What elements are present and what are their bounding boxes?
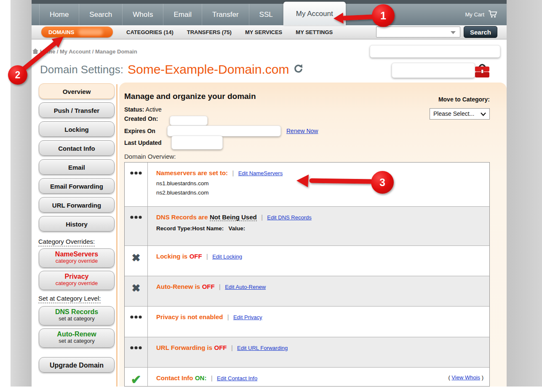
x-icon: ✖	[132, 253, 141, 276]
sidebar-item-url-forwarding[interactable]: URL Forwarding	[39, 197, 115, 213]
row-status: OFF	[190, 253, 202, 260]
row-status: Not Being Used	[210, 213, 257, 221]
nav-tab-whois[interactable]: WhoIs	[123, 4, 163, 25]
section-heading: Manage and organize your domain	[124, 92, 256, 101]
redacted-created-date	[170, 116, 208, 125]
view-whois-link[interactable]: View Whois	[451, 374, 480, 381]
x-icon: ✖	[132, 283, 141, 306]
nameserver-1: ns1.bluestardns.com	[156, 179, 482, 188]
dns-record-headers: Record Type:Host Name: Value:	[156, 224, 482, 233]
nav-tab-home[interactable]: Home	[39, 4, 79, 25]
override-subtitle: category override	[39, 258, 114, 264]
nav-tab-my-account[interactable]: My Account	[283, 2, 346, 25]
redacted-box-domain-meta	[392, 63, 475, 78]
row-status: OFF	[202, 283, 215, 290]
sidebar-item-upgrade-domain[interactable]: Upgrade Domain	[39, 357, 115, 373]
sidebar-divider	[116, 84, 117, 387]
dots-icon	[125, 307, 148, 337]
table-row-contact-info: ✔ Contact Info ON: | Edit Contact Info (…	[125, 368, 489, 386]
move-to-category-select[interactable]: Please Select...	[430, 108, 490, 120]
redacted-domains-count	[78, 29, 103, 35]
nav-tab-transfer[interactable]: Transfer	[202, 4, 249, 25]
domain-search-combobox[interactable]	[376, 27, 460, 37]
row-title: Nameservers are set to:	[156, 169, 228, 176]
redacted-updated-date	[171, 136, 223, 149]
check-icon: ✔	[131, 373, 141, 386]
move-to-category-label: Move to Category:	[430, 96, 490, 103]
set-at-category-label: Set at Category Level:	[38, 295, 101, 302]
row-title: URL Forwarding is	[156, 344, 212, 351]
category-title: Auto-Renew	[39, 331, 114, 338]
right-gutter	[507, 0, 542, 387]
breadcrumb[interactable]: Home / My Account / Manage Domain	[40, 48, 137, 55]
subnav-my-settings[interactable]: MY SETTINGS	[296, 29, 333, 35]
category-subtitle: set at category	[39, 316, 114, 322]
domain-overview-label: Domain Overview:	[124, 153, 176, 160]
my-cart-button[interactable]: My Cart	[465, 4, 499, 25]
category-subtitle: set at category	[39, 338, 114, 344]
domain-overview-table: Nameservers are set to: | Edit NameServe…	[124, 162, 490, 387]
subnav-my-services[interactable]: MY SERVICES	[245, 29, 282, 35]
override-title: Privacy	[39, 273, 114, 280]
override-subtitle: category override	[39, 280, 114, 287]
sidebar-item-privacy-override[interactable]: Privacy category override	[39, 271, 115, 290]
sidebar-item-push-transfer[interactable]: Push / Transfer	[39, 102, 115, 118]
table-row-dns-records: DNS Records are Not Being Used | Edit DN…	[125, 207, 489, 246]
sidebar-item-overview[interactable]: Overview	[39, 83, 115, 99]
table-row-locking: ✖ Locking is OFF | Edit Locking	[125, 246, 489, 276]
sidebar-item-contact-info[interactable]: Contact Info	[39, 140, 115, 156]
sidebar-item-auto-renew-category[interactable]: Auto-Renew set at category	[39, 328, 115, 348]
row-title: DNS Records are	[156, 213, 208, 221]
category-title: DNS Records	[39, 308, 114, 316]
domains-label: DOMAINS	[48, 29, 74, 35]
nav-tab-email[interactable]: Email	[163, 4, 202, 25]
last-updated-label: Last Updated	[124, 139, 162, 146]
edit-locking-link[interactable]: Edit Locking	[212, 253, 242, 260]
subnav-domains-button[interactable]: DOMAINS	[41, 27, 113, 37]
nav-tab-ssl[interactable]: SSL	[249, 4, 283, 25]
edit-privacy-link[interactable]: Edit Privacy	[233, 314, 262, 320]
sidebar-item-email-forwarding[interactable]: Email Forwarding	[39, 178, 115, 194]
domain-name: Some-Example-Domain.com	[128, 62, 289, 77]
row-title: Contact Info	[156, 374, 193, 381]
edit-nameservers-link[interactable]: Edit NameServers	[238, 170, 283, 176]
page-title: Domain Settings:	[40, 63, 123, 76]
left-gutter	[11, 0, 32, 387]
toolbox-icon[interactable]	[473, 61, 491, 82]
sidebar-item-email[interactable]: Email	[39, 159, 115, 175]
refresh-icon[interactable]	[293, 64, 304, 76]
nameserver-2: ns2.bluestardns.com	[156, 189, 482, 197]
renew-now-link[interactable]: Renew Now	[286, 128, 318, 134]
sidebar-item-locking[interactable]: Locking	[39, 121, 115, 137]
subnav-categories[interactable]: CATEGORIES (14)	[126, 29, 174, 35]
row-title: Locking is	[156, 253, 187, 260]
edit-url-forwarding-link[interactable]: Edit URL Forwarding	[237, 345, 288, 351]
subnav-transfers[interactable]: TRANSFERS (75)	[187, 29, 232, 35]
cart-icon	[488, 10, 498, 19]
page: Home Search WhoIs Email Transfer SSL My …	[32, 0, 507, 387]
sidebar-item-history[interactable]: History	[39, 216, 115, 232]
table-row-privacy: Privacy is not enabled | Edit Privacy	[125, 307, 489, 337]
my-cart-label: My Cart	[465, 11, 485, 18]
account-sub-navigation: DOMAINS CATEGORIES (14) TRANSFERS (75) M…	[32, 25, 507, 40]
nav-tab-search[interactable]: Search	[79, 4, 123, 25]
top-edge-bar	[32, 0, 507, 4]
status-value: Active	[146, 106, 162, 113]
select-value: Please Select...	[433, 110, 474, 117]
edit-dns-records-link[interactable]: Edit DNS Records	[267, 214, 311, 221]
table-row-auto-renew: ✖ Auto-Renew is OFF | Edit Auto-Renew	[125, 276, 489, 307]
top-navigation: Home Search WhoIs Email Transfer SSL My …	[32, 4, 507, 25]
status-line: Status: Active	[124, 106, 162, 113]
search-button[interactable]: Search	[464, 26, 497, 38]
edit-auto-renew-link[interactable]: Edit Auto-Renew	[225, 284, 266, 290]
table-row-nameservers: Nameservers are set to: | Edit NameServe…	[125, 163, 489, 207]
redacted-expires-date	[167, 125, 281, 136]
sidebar-item-dns-records-category[interactable]: DNS Records set at category	[39, 306, 115, 325]
redacted-box-account-info	[370, 45, 500, 58]
sidebar-item-nameservers-override[interactable]: NameServers category override	[39, 248, 115, 268]
created-on-label: Created On:	[124, 115, 158, 122]
override-title: NameServers	[39, 251, 114, 258]
edit-contact-info-link[interactable]: Edit Contact Info	[217, 375, 257, 381]
row-status: ON:	[195, 374, 207, 381]
row-title: Privacy is not enabled	[156, 313, 223, 320]
